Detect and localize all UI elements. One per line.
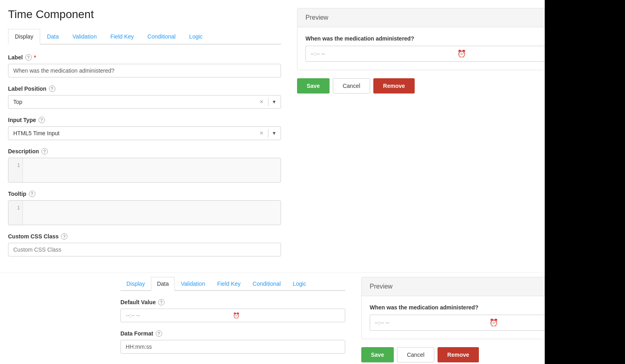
bottom-tab-conditional[interactable]: Conditional (246, 277, 287, 290)
remove-button[interactable]: Remove (373, 78, 414, 94)
bottom-save-button[interactable]: Save (361, 347, 394, 362)
description-textarea-wrapper: 1 (8, 158, 281, 183)
description-group: Description ? 1 (8, 148, 281, 183)
required-indicator: * (34, 54, 36, 61)
bottom-cancel-button[interactable]: Cancel (397, 347, 435, 362)
tab-data[interactable]: Data (40, 29, 66, 44)
description-label: Description ? (8, 148, 281, 155)
data-format-input[interactable] (120, 340, 345, 354)
tab-field-key[interactable]: Field Key (104, 29, 140, 44)
label-position-dropdown-icon[interactable]: ▼ (270, 99, 281, 105)
black-overlay (545, 0, 625, 364)
custom-css-input[interactable] (8, 243, 281, 256)
data-format-label: Data Format ? (120, 330, 345, 337)
tooltip-textarea-wrapper: 1 (8, 200, 281, 225)
label-position-label: Label Position ? (8, 85, 281, 92)
data-format-group: Data Format ? (120, 330, 345, 354)
label-position-group: Label Position ? Top × ▼ (8, 85, 281, 109)
tab-logic[interactable]: Logic (182, 29, 209, 44)
bottom-left-panel (0, 277, 112, 364)
bottom-tab-display[interactable]: Display (120, 277, 151, 290)
default-value-clock-icon: ⏰ (233, 312, 340, 319)
tooltip-help-icon[interactable]: ? (29, 191, 35, 197)
cancel-button[interactable]: Cancel (333, 78, 371, 94)
tooltip-label: Tooltip ? (8, 191, 281, 197)
data-format-help-icon[interactable]: ? (156, 330, 162, 337)
default-value-input[interactable]: --:-- -- ⏰ (120, 309, 345, 322)
tooltip-line-numbers: 1 (8, 201, 23, 225)
description-line-numbers: 1 (8, 158, 23, 182)
bottom-tabs: Display Data Validation Field Key Condit… (120, 277, 345, 291)
page-title: Time Component (8, 8, 281, 21)
input-type-group: Input Type ? HTML5 Time Input × ▼ (8, 117, 281, 140)
input-type-dropdown-icon[interactable]: ▼ (270, 130, 281, 136)
label-label: Label ? * (8, 54, 281, 61)
bottom-remove-button[interactable]: Remove (438, 347, 478, 362)
bottom-tab-field-key[interactable]: Field Key (211, 277, 246, 290)
tab-conditional[interactable]: Conditional (140, 29, 182, 44)
input-type-clear-icon[interactable]: × (257, 130, 267, 137)
label-group: Label ? * (8, 54, 281, 77)
input-type-help-icon[interactable]: ? (39, 117, 45, 123)
label-input[interactable] (8, 64, 281, 77)
bottom-tab-logic[interactable]: Logic (287, 277, 312, 290)
top-tabs: Display Data Validation Field Key Condit… (8, 29, 281, 45)
tab-display[interactable]: Display (8, 29, 40, 45)
bottom-tab-validation[interactable]: Validation (175, 277, 211, 290)
tab-validation[interactable]: Validation (65, 29, 103, 44)
description-textarea[interactable] (23, 158, 281, 182)
tooltip-textarea[interactable] (23, 201, 281, 225)
tooltip-group: Tooltip ? 1 (8, 191, 281, 225)
label-help-icon[interactable]: ? (25, 54, 32, 61)
custom-css-help-icon[interactable]: ? (61, 233, 67, 240)
default-value-help-icon[interactable]: ? (158, 299, 165, 305)
label-position-select[interactable]: Top × ▼ (8, 95, 281, 109)
save-button[interactable]: Save (297, 78, 330, 94)
default-value-label: Default Value ? (120, 299, 345, 305)
default-value-group: Default Value ? --:-- -- ⏰ (120, 299, 345, 322)
bottom-middle-panel: Display Data Validation Field Key Condit… (112, 277, 353, 364)
description-help-icon[interactable]: ? (41, 148, 48, 155)
bottom-tab-data[interactable]: Data (151, 277, 175, 291)
label-position-help-icon[interactable]: ? (49, 85, 55, 92)
input-type-label: Input Type ? (8, 117, 281, 123)
custom-css-label: Custom CSS Class ? (8, 233, 281, 240)
custom-css-group: Custom CSS Class ? (8, 233, 281, 256)
label-position-clear-icon[interactable]: × (257, 98, 267, 106)
input-type-select[interactable]: HTML5 Time Input × ▼ (8, 126, 281, 140)
